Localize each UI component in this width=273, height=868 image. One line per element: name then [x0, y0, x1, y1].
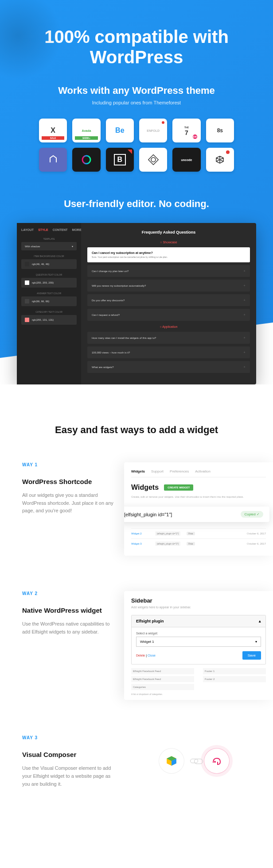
chevron-down-icon: ▾: [255, 640, 257, 644]
ways-heading: Easy and fast ways to add a widget: [0, 424, 273, 436]
list-item[interactable]: Elfsight Facebook Feed: [131, 676, 194, 682]
panel-tab[interactable]: Activation: [195, 469, 211, 473]
hero-title: 100% compatible with WordPress: [13, 27, 260, 67]
editor-tab[interactable]: CONTENT: [53, 228, 68, 231]
widget-select[interactable]: Widget 1▾: [136, 637, 261, 647]
editor-preview-main: Frequently Asked Questions Showcase Can …: [81, 223, 256, 384]
shortcode-panel: Widgets Support Preferences Activation W…: [124, 462, 273, 556]
color-field[interactable]: rgb(255, 255, 255): [21, 278, 77, 288]
way-row: WAY 3 Visual Composer Use the Visual Com…: [0, 735, 273, 788]
field-label: ANSWER TEXT COLOR: [21, 292, 77, 295]
theme-tile: ENFOLD: [139, 119, 167, 142]
theme-tile: Avada$420K+: [72, 119, 100, 142]
vc-icon: [159, 749, 184, 773]
field-label: ITEM BACKGROUND COLOR: [21, 255, 77, 257]
widget-extras: Elfsight Facebook FeedFooter 1 Elfsight …: [131, 664, 266, 690]
way-label: WAY 1: [22, 462, 115, 467]
visual-composer-graphic: [124, 735, 273, 787]
close-link[interactable]: Close: [148, 654, 156, 657]
field-label: TEMPLATE: [21, 238, 77, 240]
editor-tab[interactable]: STYLE: [38, 228, 48, 231]
sidebar-title: Sidebar: [131, 597, 266, 604]
panel-heading: Widgets: [131, 484, 159, 492]
color-field[interactable]: rgb(46, 46, 46): [21, 259, 77, 269]
faq-item[interactable]: 100,000 views – how much is it?+: [87, 346, 250, 358]
panel-tab[interactable]: Preferences: [170, 469, 189, 473]
field-label: CATEGORY TEXT COLOR: [21, 311, 77, 313]
way-desc: Use the WordPress native capabilities to…: [22, 620, 115, 636]
theme-tile: [39, 148, 67, 172]
faq-item[interactable]: Can I change my plan later on?+: [87, 265, 250, 277]
faq-section: Application: [87, 325, 250, 328]
editor-sidebar: LAYOUT STYLE CONTENT MORE TEMPLATE With …: [17, 223, 81, 384]
way-row: WAY 2 Native WordPress widget Use the Wo…: [0, 591, 273, 700]
theme-tile: THE7$39: [172, 119, 200, 142]
way-title: Native WordPress widget: [22, 607, 115, 614]
editor-heading: User-friendly editor. No coding.: [13, 198, 260, 210]
ways-section: Easy and fast ways to add a widget WAY 1…: [0, 323, 273, 850]
editor-tab[interactable]: LAYOUT: [21, 228, 34, 231]
faq-item[interactable]: What are widgets?+: [87, 361, 250, 373]
panel-tab[interactable]: Support: [151, 469, 164, 473]
editor-tabs: LAYOUT STYLE CONTENT MORE: [21, 228, 77, 231]
template-select[interactable]: With shadow▾: [21, 242, 77, 250]
theme-tile: 8s: [206, 119, 234, 142]
color-field[interactable]: rgb(66, 66, 66): [21, 296, 77, 306]
way-label: WAY 2: [22, 591, 115, 596]
svg-rect-1: [148, 155, 158, 165]
faq-item[interactable]: Will you renew my subscription automatic…: [87, 280, 250, 292]
way-title: Visual Composer: [22, 751, 115, 758]
sidebar-sub: Add widgets here to appear in your sideb…: [131, 606, 266, 609]
widget-box-header[interactable]: Elfsight plugin▴: [132, 615, 265, 627]
theme-tile: [139, 148, 167, 172]
field-label: QUESTION TEXT COLOR: [21, 273, 77, 276]
panel-tabs: Widgets Support Preferences Activation: [131, 469, 266, 477]
panel-tab[interactable]: Widgets: [131, 469, 145, 473]
faq-item[interactable]: Can I cancel my subscription at anytime?…: [87, 247, 250, 262]
way-title: WordPress Shortcode: [22, 478, 115, 485]
editor-preview: LAYOUT STYLE CONTENT MORE TEMPLATE With …: [17, 223, 256, 384]
save-button[interactable]: Save: [242, 651, 261, 660]
table-row: Widget 3[elfsight_plugin id="3"]FreeOcto…: [131, 538, 266, 549]
widget-box: Elfsight plugin▴ Select a widget: Widget…: [131, 615, 266, 664]
way-label: WAY 3: [22, 735, 115, 740]
create-widget-button[interactable]: CREATE WIDGET: [164, 484, 193, 491]
theme-tile: Be: [106, 119, 134, 142]
list-item[interactable]: Elfsight Facebook Feed: [131, 668, 194, 674]
theme-tile: uncode: [172, 148, 200, 172]
themes-heading: Works with any WordPress theme: [13, 85, 260, 96]
svg-point-0: [82, 156, 90, 164]
table-row: Widget 2[elfsight_plugin id="2"]FreeOcto…: [131, 528, 266, 538]
themes-grid: XSALE Avada$420K+ Be ENFOLD THE7$39 8s B…: [39, 119, 234, 172]
list-item[interactable]: Categories: [131, 684, 194, 690]
theme-tile: XSALE: [39, 119, 67, 142]
list-item[interactable]: Footer 1: [203, 668, 266, 674]
faq-item[interactable]: Do you offer any discounts?+: [87, 294, 250, 306]
chevron-up-icon: ▴: [259, 619, 261, 623]
delete-link[interactable]: Delete: [136, 654, 145, 657]
hero-section: 100% compatible with WordPress Works wit…: [0, 0, 273, 384]
themes-subtitle: Including popular ones from Themeforest: [13, 100, 260, 105]
theme-tile: B: [106, 148, 134, 172]
shortcode-text: [elfsight_plugin id="1"]: [124, 512, 172, 517]
way-desc: Use the Visual Composer element to add y…: [22, 764, 115, 788]
link-icon: [190, 759, 198, 763]
copied-badge: Copied: [241, 511, 263, 518]
svg-point-2: [151, 157, 156, 162]
elfsight-icon: [204, 749, 229, 773]
theme-tile: [72, 148, 100, 172]
faq-item[interactable]: How many sites can I install the widgets…: [87, 332, 250, 344]
faq-section: Showcase: [87, 241, 250, 244]
theme-tile: [206, 148, 234, 172]
sidebar-panel: Sidebar Add widgets here to appear in yo…: [124, 591, 273, 700]
svg-point-3: [214, 761, 215, 762]
shortcode-popup: [elfsight_plugin id="1"] Copied: [124, 507, 269, 522]
select-label: Select a widget:: [136, 632, 261, 635]
list-item[interactable]: Footer 2: [203, 676, 266, 682]
color-field[interactable]: rgb(255, 131, 131): [21, 315, 77, 325]
sidebar-note: A list or dropdown of categories.: [131, 690, 266, 695]
faq-title: Frequently Asked Questions: [87, 230, 250, 234]
editor-tab[interactable]: MORE: [72, 228, 82, 231]
way-desc: All our widgets give you a standard Word…: [22, 492, 115, 515]
faq-item[interactable]: Can I request a refund?+: [87, 309, 250, 321]
